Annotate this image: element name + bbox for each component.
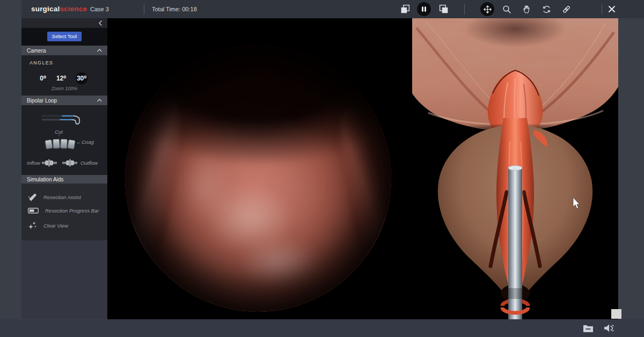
select-tool-row: Select Tool bbox=[21, 28, 107, 46]
aid-label: Resection Assist bbox=[43, 194, 81, 200]
section-header-bipolar-loop[interactable]: Bipolar Loop bbox=[21, 96, 107, 105]
section-header-camera[interactable]: Camera bbox=[21, 46, 107, 55]
bottom-bar bbox=[0, 319, 644, 337]
close-icon[interactable] bbox=[605, 2, 619, 16]
angle-option-30-selected[interactable]: 30⁰ bbox=[76, 72, 87, 84]
camera-section-title: Camera bbox=[27, 48, 46, 54]
cut-arrow-icon: ↓ bbox=[58, 133, 60, 137]
anatomy-3d-viewport[interactable] bbox=[412, 18, 618, 319]
volume-icon[interactable] bbox=[603, 323, 614, 333]
aid-label: Clear View bbox=[43, 223, 68, 229]
reset-view-icon[interactable] bbox=[539, 2, 553, 16]
move-tool-icon[interactable] bbox=[480, 2, 494, 16]
angle-option-0[interactable]: 0⁰ bbox=[36, 72, 49, 84]
case-label: Case 3 bbox=[90, 0, 109, 18]
anatomy-3d-scene bbox=[412, 18, 618, 319]
copy-view-icon[interactable] bbox=[437, 2, 451, 16]
viewport-resize-handle[interactable] bbox=[611, 309, 621, 319]
chevron-up-icon bbox=[97, 49, 102, 52]
camera-zoom-label: Zoom 100% bbox=[21, 86, 107, 91]
aids-section-title: Simulation Aids bbox=[27, 177, 63, 182]
pan-tool-icon[interactable] bbox=[519, 2, 533, 16]
inflow-valve-icon bbox=[42, 159, 57, 167]
resection-progress-icon bbox=[28, 207, 39, 215]
resection-progress-toggle[interactable]: Resection Progress Bar bbox=[28, 207, 99, 215]
app-logo: surgicalscience bbox=[31, 0, 87, 18]
dual-view-icon[interactable] bbox=[398, 2, 412, 16]
aid-label: Resection Progress Bar bbox=[45, 208, 99, 214]
simulation-aids-body: Resection Assist Resection Progress Bar … bbox=[21, 184, 107, 240]
zoom-tool-icon[interactable] bbox=[500, 2, 514, 16]
logo-text-surgical: surgical bbox=[31, 5, 60, 13]
simulator-window: { "app": { "title_part1": "surgical", "t… bbox=[0, 0, 644, 337]
resection-assist-toggle[interactable]: Resection Assist bbox=[28, 193, 81, 202]
topbar-divider bbox=[144, 4, 144, 14]
folder-icon[interactable] bbox=[583, 324, 594, 333]
resection-assist-icon bbox=[28, 193, 37, 202]
link-views-icon[interactable] bbox=[559, 2, 573, 16]
endoscope-vignette bbox=[125, 46, 391, 312]
pause-button[interactable] bbox=[417, 2, 431, 16]
outflow-valve-icon bbox=[62, 159, 77, 167]
endoscope-circular-view[interactable] bbox=[125, 46, 391, 312]
top-bar: surgicalscience Case 3 Total Time: 00:18 bbox=[21, 0, 644, 18]
angles-label: ANGLES bbox=[30, 60, 53, 65]
chevron-up-icon bbox=[97, 99, 102, 102]
coag-pedal-label: Coag bbox=[82, 139, 94, 145]
bipolar-loop-electrode-image bbox=[41, 112, 85, 128]
inflow-label: Inflow bbox=[27, 160, 40, 166]
angle-option-12[interactable]: 12⁰ bbox=[55, 72, 68, 84]
tool-sidebar: Select Tool Camera ANGLES 0⁰ 12⁰ 30⁰ Zoo… bbox=[21, 18, 107, 319]
clear-view-icon bbox=[28, 221, 37, 230]
section-header-simulation-aids[interactable]: Simulation Aids bbox=[21, 175, 107, 184]
resectoscope-shaft bbox=[508, 166, 522, 320]
sidebar-collapse-strip bbox=[21, 18, 107, 28]
bipolar-section-body: Cut ↓ ← Coag Inflow bbox=[21, 105, 107, 175]
logo-text-science: science bbox=[60, 5, 87, 13]
camera-section-body: ANGLES 0⁰ 12⁰ 30⁰ Zoom 100% bbox=[21, 55, 107, 96]
select-tool-button[interactable]: Select Tool bbox=[47, 32, 82, 41]
topbar-divider bbox=[464, 4, 465, 14]
foot-pedals-image bbox=[45, 137, 77, 151]
endoscope-viewport[interactable] bbox=[107, 18, 412, 319]
outflow-label: Outflow bbox=[80, 160, 98, 166]
bipolar-section-title: Bipolar Loop bbox=[27, 98, 57, 104]
topbar-divider bbox=[602, 4, 602, 14]
sidebar-empty-area bbox=[21, 240, 107, 319]
coag-arrow-icon: ← bbox=[76, 140, 81, 145]
collapse-sidebar-icon[interactable] bbox=[99, 20, 102, 26]
clear-view-toggle[interactable]: Clear View bbox=[28, 221, 68, 230]
total-time-label: Total Time: 00:18 bbox=[152, 0, 197, 18]
